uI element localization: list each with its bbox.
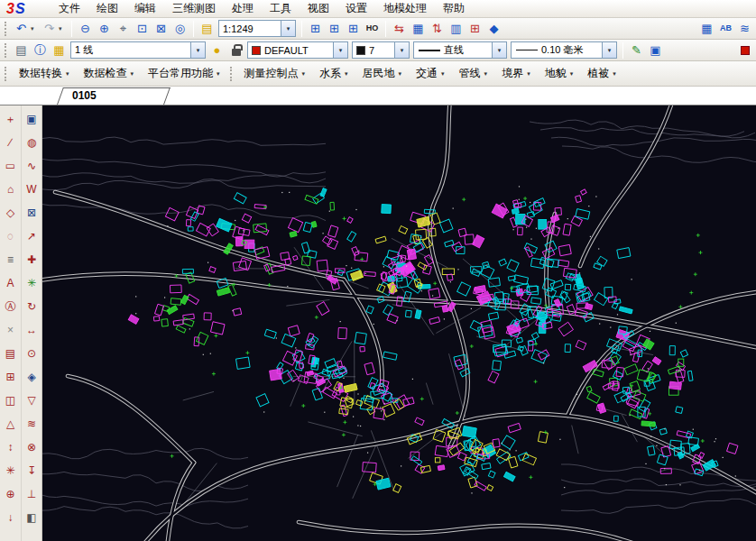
map-canvas[interactable] [42, 105, 756, 541]
edit-properties-button[interactable]: ✎ [627, 41, 646, 60]
drawing-tool-icon[interactable]: ✳ [23, 271, 41, 295]
drawing-tool-icon[interactable]: ⊥ [23, 482, 41, 506]
menu-terrain-model[interactable]: 地模处理 [375, 0, 435, 18]
zoom-previous-button[interactable]: ◎ [171, 19, 189, 38]
drawing-tool-icon[interactable]: ◧ [23, 506, 41, 529]
zoom-out-button[interactable]: ⊖ [76, 19, 95, 38]
drawing-tool-icon[interactable]: ≋ [23, 412, 41, 436]
drawing-tool-icon[interactable]: ⊙ [23, 342, 41, 365]
info-button[interactable]: ⓘ [31, 41, 50, 60]
tab-drawing-0105[interactable]: 0105 [51, 87, 164, 105]
btn-data-convert[interactable]: 数据转换▾ [12, 63, 77, 84]
btn-transportation[interactable]: 交通▾ [409, 63, 452, 84]
menu-file[interactable]: 文件 [51, 0, 88, 18]
drawing-tool-icon[interactable]: ▤ [1, 342, 20, 365]
row-grid-button[interactable]: ▥ [447, 19, 466, 38]
pan-button[interactable]: ⌖ [114, 19, 133, 38]
btn-boundary[interactable]: 境界▾ [494, 63, 538, 84]
drawing-tool-icon[interactable]: ✚ [23, 248, 41, 271]
drawing-tool-icon[interactable]: ✳ [1, 459, 20, 482]
drawing-tool-icon[interactable]: ↓ [1, 506, 20, 529]
drawing-tool-icon[interactable]: ↔ [23, 318, 41, 342]
code-grid-button[interactable]: ▦ [409, 19, 428, 38]
zoom-in-button[interactable]: ⊕ [95, 19, 114, 38]
drawing-tool-icon[interactable]: ∿ [23, 154, 41, 178]
drawing-tool-icon[interactable]: ◫ [1, 389, 20, 412]
drawing-tool-icon[interactable]: ◍ [23, 131, 41, 154]
drawing-tool-icon[interactable]: ↕ [1, 436, 20, 459]
drawing-tool-icon[interactable]: ⊕ [1, 482, 20, 506]
toolbar-grip[interactable] [230, 67, 234, 81]
menu-view[interactable]: 视图 [300, 0, 337, 18]
drawing-tool-icon[interactable]: ⌂ [1, 178, 20, 201]
swap-layers-button[interactable]: ⇆ [390, 19, 409, 38]
drawing-tool-icon[interactable]: ＋ [1, 107, 20, 131]
btn-platform-common[interactable]: 平台常用功能▾ [141, 63, 227, 84]
redo-dropdown-caret[interactable]: ▾ [59, 25, 68, 32]
toolbar-grip[interactable] [5, 43, 8, 58]
drawing-tool-icon[interactable]: Ⓐ [1, 295, 20, 318]
zoom-window-button[interactable]: ⊡ [133, 19, 152, 38]
drawing-tool-icon[interactable]: ≡ [1, 248, 20, 271]
btn-pipeline[interactable]: 管线▾ [452, 63, 495, 84]
drawing-tool-icon[interactable]: ↧ [23, 459, 41, 482]
red-grid-button[interactable]: ⊞ [466, 19, 484, 38]
table-grid-button-1[interactable]: ⊞ [306, 19, 325, 38]
linetype-combo[interactable]: 直线 ▾ [413, 41, 507, 59]
drawing-tool-icon[interactable]: △ [1, 412, 20, 436]
btn-survey-control-point[interactable]: 测量控制点▾ [237, 63, 313, 84]
drawing-tool-icon[interactable]: W [23, 178, 41, 201]
drawing-tool-icon[interactable]: ▣ [23, 107, 41, 131]
drawing-tool-icon[interactable]: × [1, 318, 20, 342]
btn-residential-area[interactable]: 居民地▾ [355, 63, 410, 84]
scale-combo[interactable]: 1:1249 ▾ [218, 20, 296, 37]
drawing-tool-icon[interactable]: ↗ [23, 225, 41, 248]
redo-button[interactable]: ↷ [40, 19, 59, 38]
undo-button[interactable]: ↶ [12, 19, 31, 38]
diamond-button[interactable]: ◆ [484, 19, 503, 38]
menu-edit[interactable]: 编辑 [126, 0, 164, 18]
layer-manager-button[interactable]: ▦ [50, 41, 69, 60]
zoom-extents-button[interactable]: ⊠ [152, 19, 171, 38]
menu-process[interactable]: 处理 [224, 0, 262, 18]
drawing-tool-icon[interactable]: ▭ [1, 154, 20, 178]
waves-button[interactable]: ≋ [735, 19, 754, 38]
drawing-tool-icon[interactable]: ⊗ [23, 436, 41, 459]
menu-tools[interactable]: 工具 [262, 0, 300, 18]
btn-landform[interactable]: 地貌▾ [538, 63, 581, 84]
layer-lock-button[interactable] [226, 41, 245, 60]
drawing-tool-icon[interactable]: ◈ [23, 365, 41, 389]
drawing-tool-icon[interactable]: A [1, 271, 20, 295]
table-grid-button-3[interactable]: ⊞ [344, 19, 363, 38]
layout-grid-button[interactable]: ▦ [697, 19, 716, 38]
sort-button[interactable]: ⇅ [428, 19, 447, 38]
btn-data-check[interactable]: 数据检查▾ [77, 63, 142, 84]
undo-dropdown-caret[interactable]: ▾ [31, 25, 40, 32]
toolbar-grip[interactable] [5, 22, 8, 36]
page-setup-button[interactable]: ▤ [12, 41, 31, 60]
width-combo[interactable]: 7 ▾ [352, 41, 410, 59]
scale-button[interactable]: ▤ [198, 19, 217, 38]
menu-3d-mapping[interactable]: 三维测图 [164, 0, 224, 18]
drawing-tool-icon[interactable]: ⊞ [1, 365, 20, 389]
drawing-tool-icon[interactable]: ◇ [1, 201, 20, 225]
menu-settings[interactable]: 设置 [337, 0, 375, 18]
drawing-tool-icon[interactable]: ◌ [1, 225, 20, 248]
menu-help[interactable]: 帮助 [435, 0, 473, 18]
toolbar-grip[interactable] [5, 67, 8, 81]
layer-combo[interactable]: 1 线 ▾ [70, 41, 206, 59]
btn-vegetation[interactable]: 植被▾ [580, 63, 623, 84]
text-style-button[interactable]: AB [716, 19, 735, 38]
layer-on-button[interactable]: ● [207, 41, 226, 60]
table-grid-button-2[interactable]: ⊞ [325, 19, 344, 38]
panel-button[interactable]: ▣ [646, 41, 665, 60]
red-square-button[interactable] [735, 41, 754, 60]
lineweight-combo[interactable]: 0.10 毫米 ▾ [511, 41, 617, 59]
drawing-tool-icon[interactable]: ⊠ [23, 201, 41, 225]
drawing-tool-icon[interactable]: ↻ [23, 295, 41, 318]
menu-draw[interactable]: 绘图 [88, 0, 126, 18]
color-combo[interactable]: DEFAULT ▾ [247, 41, 348, 59]
ho-button[interactable]: HO [363, 19, 382, 38]
btn-water-system[interactable]: 水系▾ [312, 63, 355, 84]
drawing-tool-icon[interactable]: ∕ [1, 131, 20, 154]
